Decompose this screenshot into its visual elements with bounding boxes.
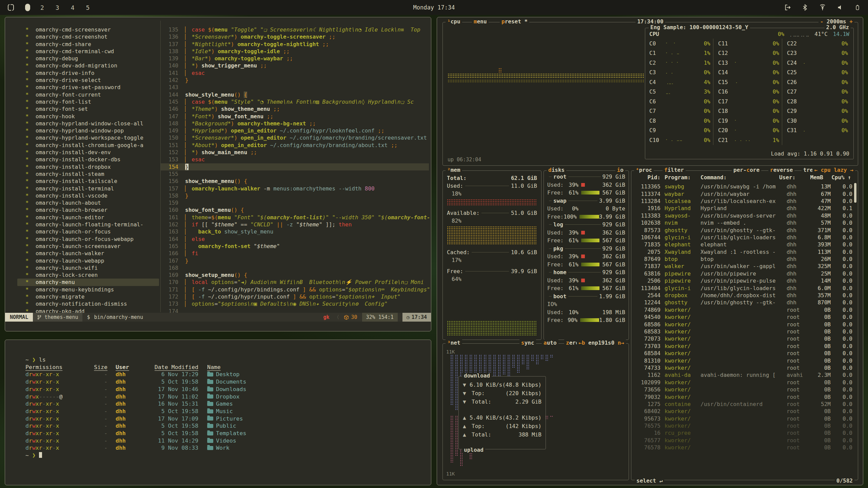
code-line[interactable]: 170▏ local options="◄) Audio\n≋ Wifi\nɃ … <box>161 279 429 286</box>
process-row[interactable]: 113383swayosd-/usr/bin/swayosd-serverdhh… <box>633 212 852 219</box>
menu-button[interactable]: menu <box>472 18 489 25</box>
logout-icon[interactable] <box>784 4 791 11</box>
ls-row[interactable]: drwxr-xr-x-dhh17 Nov 17:09Pictures <box>25 415 424 423</box>
process-row[interactable]: 16rcu_preeroot0B0.0 <box>633 429 852 436</box>
process-row[interactable]: 106744glycin-i/usr/lib/glycin-loadersdhh… <box>633 234 852 241</box>
process-row[interactable]: 2506pipewire/usr/bin/pipewire-pulsedhh14… <box>633 277 852 284</box>
process-row[interactable]: 95673kworker/root0B0.0 <box>633 415 852 422</box>
workspace-1-active[interactable] <box>25 4 30 11</box>
process-scrollbar[interactable] <box>854 183 856 203</box>
code-line[interactable]: 173▏ options="$options\n▣ Defaults\n◉ DN… <box>161 300 429 307</box>
code-line[interactable]: 135▏ case $(menu "Toggle" "❏ Screensaver… <box>161 26 429 33</box>
code-line[interactable]: 162▏ if [[ "$theme" == "CNCLD" || -z "$t… <box>161 221 429 228</box>
tree-item[interactable]: *omarchy-font-current <box>17 91 159 98</box>
workspace-2[interactable]: 2 <box>40 4 44 11</box>
ls-row[interactable]: drwx------@-dhh17 Nov 11:02Dropbox <box>25 393 424 401</box>
code-buffer[interactable]: 135▏ case $(menu "Toggle" "❏ Screensaver… <box>161 26 429 315</box>
process-row[interactable]: 94540kworker/root0B0.0 <box>633 313 852 321</box>
tree-item[interactable]: *omarchy-install-dropbox <box>17 163 159 170</box>
tree-item[interactable]: *omarchy-install-steam <box>17 170 159 178</box>
tree-item[interactable]: *omarchy-launch-editor <box>17 214 159 221</box>
code-line[interactable]: 141▏ esac <box>161 69 429 77</box>
sync-button[interactable]: sync <box>519 340 536 346</box>
process-row[interactable]: 68583kworker/root0B0.0 <box>633 328 852 335</box>
tree-item[interactable]: *omarchy-drive-select <box>17 77 159 84</box>
code-line[interactable]: 140▏ *) show_trigger_menu ;; <box>161 62 429 69</box>
code-line[interactable]: 168 <box>161 264 429 271</box>
tree-item[interactable]: *omarchy-launch-browser <box>17 206 159 214</box>
code-line[interactable]: 167} <box>161 257 429 264</box>
code-line[interactable]: 159 <box>161 199 429 206</box>
workspace-4[interactable]: 4 <box>71 4 75 11</box>
ls-row[interactable]: drwxr-xr-x-dhh 5 Oct 19:58Templates <box>25 430 424 437</box>
code-line[interactable]: 164▏ else <box>161 236 429 243</box>
code-line[interactable]: 161▏ theme=$(menu "Font" "$(omarchy-font… <box>161 214 429 221</box>
process-row[interactable]: 72073kworker/root0B0.0 <box>633 335 852 342</box>
bluetooth-icon[interactable] <box>802 4 808 11</box>
process-row[interactable]: 73703kworker/root0B0.0 <box>633 343 852 350</box>
process-row[interactable]: 81310kworker/root0B0.0 <box>633 357 852 364</box>
tree-item[interactable]: *omarchy-font-list <box>17 98 159 105</box>
code-line[interactable]: 142} <box>161 77 429 84</box>
tree-item[interactable]: *omarchy-cmd-terminal-cwd <box>17 48 159 55</box>
tree-item[interactable]: *omarchy-install-dev-env <box>17 149 159 156</box>
process-row[interactable]: 113374waybar/usr/bin/waybardhh67M0.0 <box>633 190 852 197</box>
process-row[interactable]: 87573ghostty/usr/bin/ghostty --gtk-dhh37… <box>633 226 852 233</box>
ls-row[interactable]: drwxr-xr-x-dhh 6 Nov 17:29Desktop <box>25 371 424 378</box>
ls-row[interactable]: drwxr-xr-x-dhh 5 Oct 19:58Public <box>25 422 424 430</box>
tree-item[interactable]: *omarchy-install-vscode <box>17 192 159 199</box>
tree-item[interactable]: *omarchy-launch-floating-terminal- <box>17 221 159 228</box>
tree-item[interactable]: *omarchy-install-chromium-google-a <box>17 142 159 149</box>
code-line[interactable]: 153▏ esac <box>161 156 429 163</box>
tree-item[interactable]: *omarchy-install-docker-dbs <box>17 156 159 163</box>
code-line[interactable]: 154} <box>161 163 429 170</box>
code-line[interactable]: 155 <box>161 170 429 178</box>
tree-item[interactable]: *omarchy-debug <box>17 55 159 62</box>
tree-item[interactable]: *omarchy-hyprland-workspace-toggle <box>17 134 159 141</box>
tree-item[interactable]: *omarchy-launch-about <box>17 199 159 206</box>
tree-item[interactable]: *omarchy-cmd-share <box>17 41 159 48</box>
git-branch-segment[interactable]: themes-menu <box>33 313 82 322</box>
process-row[interactable]: 68586kworker/root0B0.0 <box>633 321 852 328</box>
process-row[interactable]: 1162avahi-daavahi-daemon: running [avahi… <box>633 371 852 379</box>
ls-row[interactable]: drwxr-xr-x-dhh 5 Oct 19:58Music <box>25 408 424 415</box>
code-line[interactable]: 171▏ [ -f ~/.config/hypr/bindings.conf ]… <box>161 286 429 293</box>
code-line[interactable]: 139▏ *Bar*) omarchy-toggle-waybar ;; <box>161 55 429 62</box>
process-row[interactable]: 102638nvimnvim --embed .dhh57M0.0 <box>633 219 852 226</box>
code-line[interactable]: 145▏ case $(menu "Style" "◔ Theme\nᴀ Fon… <box>161 98 429 105</box>
process-row[interactable]: 1916HyprlandHyprlanddhh422M0.1 <box>633 205 852 212</box>
code-line[interactable]: 165▏ omarchy-font-set "$theme" <box>161 243 429 250</box>
process-row[interactable]: 74733kworker/root0B0.0 <box>633 364 852 371</box>
ls-row[interactable]: drwxr-xr-x-dhh 9 Nov 08:33Work <box>25 444 424 452</box>
code-line[interactable]: 138▏ *Idle*) omarchy-toggle-idle ;; <box>161 48 429 55</box>
tree-item[interactable]: *omarchy-launch-or-focus-webapp <box>17 236 159 243</box>
network-icon[interactable] <box>818 4 827 11</box>
process-row[interactable]: 2544dropbox/home/dhh/.dropbox-distdhh357… <box>633 292 852 299</box>
code-line[interactable]: 137▏ *Nightlight*) omarchy-toggle-nightl… <box>161 41 429 48</box>
tree-item[interactable]: *omarchy-notification-dismiss <box>17 300 159 307</box>
tree-item[interactable]: *omarchy-launch-wifi <box>17 264 159 271</box>
code-line[interactable]: 151▏ *About*) open_in_editor ~/.config/o… <box>161 142 429 149</box>
code-line[interactable]: 147▏ *Font*) show_font_menu ;; <box>161 113 429 120</box>
code-line[interactable]: 144show_style_menu() { <box>161 91 429 98</box>
code-line[interactable]: 160show_font_menu() { <box>161 206 429 214</box>
process-row[interactable]: 113404glycin-i/usr/lib/glycin-loadersdhh… <box>633 284 852 291</box>
code-line[interactable]: 163▏ back_to show_style_menu <box>161 228 429 235</box>
process-row[interactable]: 76575kworker/root0B0.0 <box>633 422 852 429</box>
process-row[interactable]: 68584kworker/root0B0.0 <box>633 350 852 357</box>
process-row[interactable]: 113284localsea/usr/lib/localsearch-exdhh… <box>633 198 852 205</box>
tree-item[interactable]: *omarchy-cmd-screensaver <box>17 26 159 33</box>
volume-icon[interactable] <box>837 4 844 11</box>
code-line[interactable]: 150▏ *Screensaver*) open_in_editor ~/.co… <box>161 134 429 141</box>
code-line[interactable]: 152▏ *) show_main_menu ;; <box>161 149 429 156</box>
auto-button[interactable]: auto <box>542 340 558 346</box>
ls-row[interactable]: drwxr-xr-x-dhh16 Nov 15:31Games <box>25 400 424 408</box>
code-line[interactable]: 156show_theme_menu() { <box>161 178 429 185</box>
tree-item[interactable]: *omarchy-hyprland-window-pop <box>17 127 159 134</box>
tree-item[interactable]: *omarchy-font-set <box>17 105 159 113</box>
process-row[interactable]: 76578kworker/root0B0.0 <box>633 444 852 451</box>
tree-item[interactable]: *omarchy-launch-or-focus <box>17 228 159 235</box>
process-row[interactable]: 79032kworker/root0B0.0 <box>633 393 852 400</box>
process-row[interactable]: 73656kworker/root0B0.0 <box>633 386 852 393</box>
process-row[interactable]: 74869kworker/root0B0.0 <box>633 306 852 313</box>
